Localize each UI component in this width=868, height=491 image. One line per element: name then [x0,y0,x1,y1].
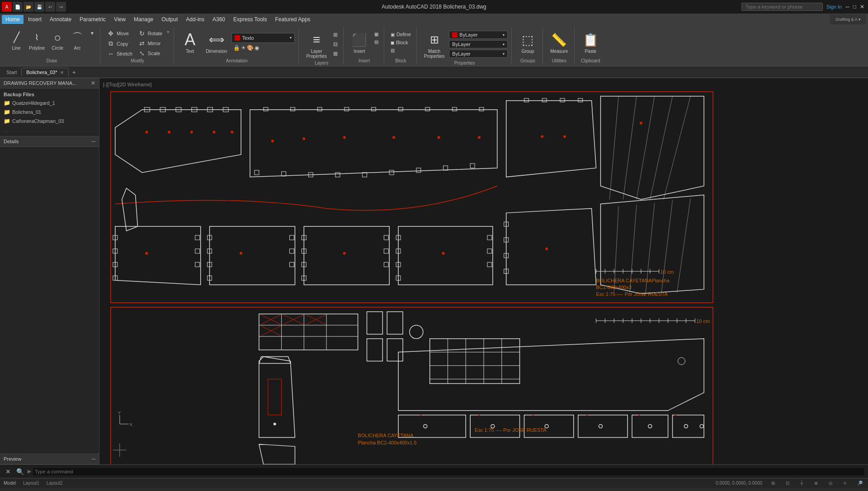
texto-layer-dropdown[interactable]: Texto ▾ [231,33,295,43]
draw-polyline-button[interactable]: ⌇ Polyline [27,29,47,52]
status-osnap-button[interactable]: ◎ [827,481,835,486]
sidebar-item-quatzehildegard[interactable]: 📁 QuatzeHildegard_1 [0,98,99,108]
clipboard-group-label: Clipboard [581,58,600,64]
match-properties-button[interactable]: ⊞ MatchProperties [421,29,448,61]
insert-button[interactable]: ⬛ Insert [348,29,371,56]
status-grid-button[interactable]: ⊞ [769,481,777,486]
sidebar-details-section: Details ─ [0,136,99,147]
sidebar-collapse-button[interactable]: ✕ [91,80,95,86]
svg-line-43 [609,96,618,200]
layer-btn-4[interactable]: ◉ [255,45,259,51]
draw-circle-button[interactable]: ○ Circle [48,29,66,52]
insert-extra-2[interactable]: ▤ [373,38,380,45]
modify-mirror-button[interactable]: ⇄ Mirror [136,39,164,48]
annotation-text-button[interactable]: A Text [179,29,201,56]
layer-btn-1[interactable]: 🔒 [233,45,240,51]
status-layout1[interactable]: Layout1 [23,481,39,486]
menu-view[interactable]: View [110,15,129,24]
layer-btn-a[interactable]: ⊞ [331,31,340,39]
status-model[interactable]: Model [4,481,16,486]
sidebar-item-canonera[interactable]: 📁 CañoneraChapman_03 [0,117,99,126]
layer-color-swatch [235,35,240,41]
workspace-selector[interactable]: Drafting & A ▾ [830,14,866,24]
insert-extra-1[interactable]: ▦ [373,31,380,37]
rotate-icon: ↻ [138,30,146,37]
modify-scale-button[interactable]: ⤡ Scale [136,49,164,58]
scale-label: Scale [148,51,160,56]
draw-line-button[interactable]: ╱ Line [7,29,25,52]
paste-button[interactable]: 📋 Paste [579,29,602,56]
tab-close-button[interactable]: ✕ [60,70,64,75]
menu-a360[interactable]: A360 [209,15,229,24]
menu-annotate[interactable]: Annotate [46,15,75,24]
modify-stretch-button[interactable]: ↔ Stretch [105,49,134,58]
layer-btn-b[interactable]: ⊟ [331,40,340,48]
draw-more-button[interactable]: ▼ [88,30,96,37]
menu-featured[interactable]: Featured Apps [272,15,314,24]
details-collapse-button[interactable]: ─ [91,138,95,145]
linetype-dropdown[interactable]: ByLayer ▾ [449,40,508,48]
menu-home[interactable]: Home [2,15,24,24]
close-button[interactable]: ✕ [860,4,864,10]
lineweight-dropdown[interactable]: ByLayer ▾ [449,50,508,58]
menu-manage[interactable]: Manage [130,15,157,24]
status-zoom-button[interactable]: 🔎 [855,481,864,486]
svg-rect-132 [367,312,383,334]
svg-rect-134 [387,312,403,334]
layer-btn-2[interactable]: ☀ [241,45,246,51]
cmd-close-button[interactable]: ✕ [4,467,13,476]
status-polar-button[interactable]: ⊗ [812,481,820,486]
search-input[interactable] [741,3,823,11]
redo-icon[interactable]: ↪ [56,2,66,12]
maximize-button[interactable]: □ [853,4,856,10]
status-snap-button[interactable]: ⊡ [784,481,791,486]
svg-rect-152 [632,415,668,438]
save-icon[interactable]: 💾 [34,2,44,12]
sidebar-item-bolichera01[interactable]: 📁 Bolichera_01 [0,108,99,117]
layer-btn-3[interactable]: 🎨 [247,45,254,51]
tab-new-button[interactable]: + [70,67,79,77]
svg-rect-17 [371,108,376,111]
modify-expand-button[interactable]: ▼ [166,30,170,34]
layer-btn-c[interactable]: ⊠ [331,50,340,58]
status-ortho-button[interactable]: ┼ [798,481,805,486]
menu-addins[interactable]: Add-ins [182,15,208,24]
preview-label: Preview [4,456,21,462]
undo-icon[interactable]: ↩ [45,2,55,12]
block-button[interactable]: ◼ Block [389,39,413,46]
preview-collapse-button[interactable]: ─ [91,456,95,462]
sign-in-button[interactable]: Sign In [826,4,842,9]
menu-parametric[interactable]: Parametric [76,15,109,24]
canvas-area[interactable]: [-][Top][2D Wireframe] [99,78,868,464]
annotation-dimension-button[interactable]: ⟺ Dimension [203,29,230,56]
measure-button[interactable]: 📏 Measure [547,29,571,56]
color-dropdown[interactable]: ByLayer ▾ [449,31,508,39]
draw-arc-button[interactable]: ⌒ Arc [68,29,86,52]
modify-move-button[interactable]: ✥ Move [105,29,134,38]
svg-rect-71 [384,262,388,267]
svg-rect-15 [317,108,322,111]
modify-group-label: Modify [131,58,144,64]
status-lineweight-button[interactable]: ≡ [842,481,848,486]
group-button[interactable]: ⬚ Group [516,29,539,56]
layer-properties-button[interactable]: ≡ LayerProperties [303,29,330,61]
tab-active[interactable]: Bolichera_03* ✕ [21,68,69,76]
modify-copy-button[interactable]: ⧉ Copy [105,39,134,48]
svg-rect-62 [290,249,294,253]
new-icon[interactable]: 📄 [13,2,23,12]
minimize-button[interactable]: ─ [845,4,849,10]
status-layout2[interactable]: Layout2 [47,481,63,486]
menu-express[interactable]: Express Tools [230,15,270,24]
block-define-button[interactable]: ▣ Define [389,31,413,38]
menu-insert[interactable]: Insert [24,15,45,24]
menu-output[interactable]: Output [158,15,181,24]
open-icon[interactable]: 📂 [24,2,33,12]
sidebar-header: DRAWING RECOVERY MANA... ✕ [0,78,99,89]
modify-rotate-button[interactable]: ↻ Rotate [136,29,164,38]
arc-icon: ⌒ [70,30,85,45]
block-extra-button[interactable]: ▥ [389,47,413,54]
cmd-search-button[interactable]: 🔍 [14,467,26,476]
utilities-group-label: Utilities [552,58,566,64]
tab-start[interactable]: Start [2,68,21,76]
command-input[interactable] [33,468,864,475]
